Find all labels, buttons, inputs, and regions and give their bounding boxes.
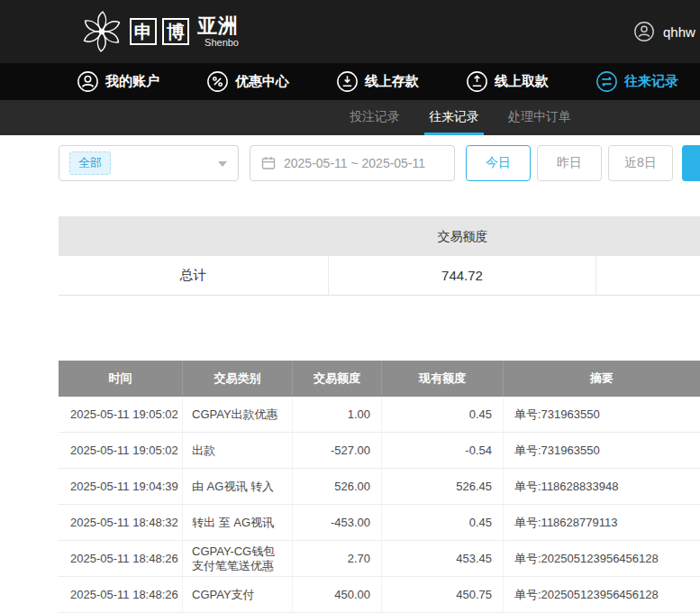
cell-type: CGPAY出款优惠 xyxy=(183,397,293,432)
promo-icon xyxy=(206,70,229,93)
table-row: 2025-05-11 19:05:02 出款 -527.00 -0.54 单号:… xyxy=(59,433,700,469)
summary-header-row: 交易额度 xyxy=(59,216,700,256)
summary-amount-header: 交易额度 xyxy=(329,216,596,256)
nav-item-label: 线上存款 xyxy=(365,73,419,90)
cell-amount: 2.70 xyxy=(293,541,382,576)
col-header-summary: 摘要 xyxy=(504,361,700,397)
cell-type: CGPAY支付 xyxy=(183,577,293,612)
cell-time: 2025-05-11 19:05:02 xyxy=(59,397,183,432)
cell-amount: 526.00 xyxy=(293,469,382,504)
nav-item-deposit[interactable]: 线上存款 xyxy=(336,70,419,93)
nav-item-label: 我的账户 xyxy=(105,73,159,90)
quick-range-today-button[interactable]: 今日 xyxy=(466,145,531,181)
col-header-amount: 交易额度 xyxy=(293,361,382,397)
nav-item-my-account[interactable]: 我的账户 xyxy=(77,70,159,93)
calendar-icon xyxy=(261,156,276,170)
transactions-table: 时间 交易类别 交易额度 现有额度 摘要 2025-05-11 19:05:02… xyxy=(59,361,700,613)
table-row: 2025-05-11 18:48:32 转出 至 AG视讯 -453.00 0.… xyxy=(59,505,700,541)
cell-summary: 单号:202505123956456128 xyxy=(504,541,700,576)
cell-summary: 单号:202505123956456128 xyxy=(504,577,700,612)
records-icon xyxy=(595,70,618,93)
nav-item-promotions[interactable]: 优惠中心 xyxy=(206,70,289,93)
top-header: 申 博 亚洲 Shenbo qhhw xyxy=(0,0,700,63)
cell-summary: 单号:731963550 xyxy=(504,433,700,468)
type-filter-value: 全部 xyxy=(69,151,111,175)
table-row: 2025-05-11 19:04:39 由 AG视讯 转入 526.00 526… xyxy=(59,469,700,505)
summary-empty-cell xyxy=(596,256,700,295)
deposit-icon xyxy=(336,70,359,93)
summary-total-label: 总计 xyxy=(59,256,329,295)
cell-time: 2025-05-11 18:48:26 xyxy=(59,577,183,612)
brand-char-1: 申 xyxy=(130,18,157,45)
nav-item-label: 往来记录 xyxy=(624,73,678,90)
cell-amount: 1.00 xyxy=(293,397,382,432)
cell-type: CGPAY-CG钱包支付笔笔送优惠 xyxy=(183,541,293,576)
brand-name-en: Shenbo xyxy=(205,37,239,48)
tab-processing-orders[interactable]: 处理中订单 xyxy=(508,109,571,135)
cell-type: 由 AG视讯 转入 xyxy=(183,469,293,504)
quick-range-yesterday-button[interactable]: 昨日 xyxy=(537,145,602,181)
col-header-time: 时间 xyxy=(59,361,183,397)
cell-balance: 0.45 xyxy=(382,397,504,432)
summary-total-value: 744.72 xyxy=(329,256,596,295)
brand-region: 亚洲 xyxy=(197,15,239,37)
date-range-input[interactable]: 2025-05-11 ~ 2025-05-11 xyxy=(250,145,455,181)
table-row: 2025-05-11 18:48:26 CGPAY支付 450.00 450.7… xyxy=(59,577,700,613)
cell-type: 转出 至 AG视讯 xyxy=(183,505,293,540)
page: 申 博 亚洲 Shenbo qhhw 我的账户 xyxy=(0,0,700,613)
col-header-balance: 现有额度 xyxy=(382,361,504,397)
date-range-value: 2025-05-11 ~ 2025-05-11 xyxy=(284,156,425,170)
username: qhhw xyxy=(663,24,695,40)
brand-logo[interactable]: 申 博 亚洲 Shenbo xyxy=(79,0,239,63)
cell-balance: 0.45 xyxy=(382,505,504,540)
avatar-icon xyxy=(633,21,655,42)
nav-item-label: 优惠中心 xyxy=(235,73,289,90)
brand-char-2: 博 xyxy=(162,18,189,45)
table-header-row: 时间 交易类别 交易额度 现有额度 摘要 xyxy=(59,361,700,397)
user-icon xyxy=(77,70,99,93)
cell-amount: -527.00 xyxy=(293,433,382,468)
withdraw-icon xyxy=(466,70,488,93)
table-row: 2025-05-11 19:05:02 CGPAY出款优惠 1.00 0.45 … xyxy=(59,397,700,433)
cell-amount: -453.00 xyxy=(293,505,382,540)
nav-item-withdraw[interactable]: 线上取款 xyxy=(466,70,549,93)
cell-summary: 单号:731963550 xyxy=(504,397,700,432)
main-nav: 我的账户 优惠中心 线上存款 线上取款 往来记录 xyxy=(0,63,700,100)
search-button[interactable] xyxy=(682,145,700,181)
cell-summary: 单号:118628779113 xyxy=(504,505,700,540)
summary-total-row: 总计 744.72 xyxy=(59,256,700,296)
cell-time: 2025-05-11 18:48:32 xyxy=(59,505,183,540)
cell-amount: 450.00 xyxy=(293,577,382,612)
nav-item-label: 线上取款 xyxy=(495,73,549,90)
cell-balance: 450.75 xyxy=(382,577,504,612)
cell-balance: -0.54 xyxy=(382,433,504,468)
cell-time: 2025-05-11 18:48:26 xyxy=(59,541,183,576)
cell-time: 2025-05-11 19:04:39 xyxy=(59,469,183,504)
flower-icon xyxy=(79,9,124,54)
cell-balance: 453.45 xyxy=(382,541,504,576)
quick-range-8days-button[interactable]: 近8日 xyxy=(608,145,673,181)
user-account[interactable]: qhhw xyxy=(633,0,695,63)
cell-type: 出款 xyxy=(183,433,293,468)
nav-item-records[interactable]: 往来记录 xyxy=(595,70,678,93)
cell-time: 2025-05-11 19:05:02 xyxy=(59,433,183,468)
record-tabs: 投注记录 往来记录 处理中订单 xyxy=(0,100,700,135)
tab-transaction-records[interactable]: 往来记录 xyxy=(429,109,479,135)
col-header-type: 交易类别 xyxy=(183,361,293,397)
filter-bar: 全部 2025-05-11 ~ 2025-05-11 今日 昨日 近8日 xyxy=(59,145,700,181)
chevron-down-icon xyxy=(218,161,227,167)
table-row: 2025-05-11 18:48:26 CGPAY-CG钱包支付笔笔送优惠 2.… xyxy=(59,541,700,577)
tab-betting-records[interactable]: 投注记录 xyxy=(350,109,400,135)
type-filter-dropdown[interactable]: 全部 xyxy=(59,145,239,181)
cell-balance: 526.45 xyxy=(382,469,504,504)
cell-summary: 单号:118628833948 xyxy=(504,469,700,504)
summary-table: 交易额度 总计 744.72 xyxy=(59,216,700,296)
